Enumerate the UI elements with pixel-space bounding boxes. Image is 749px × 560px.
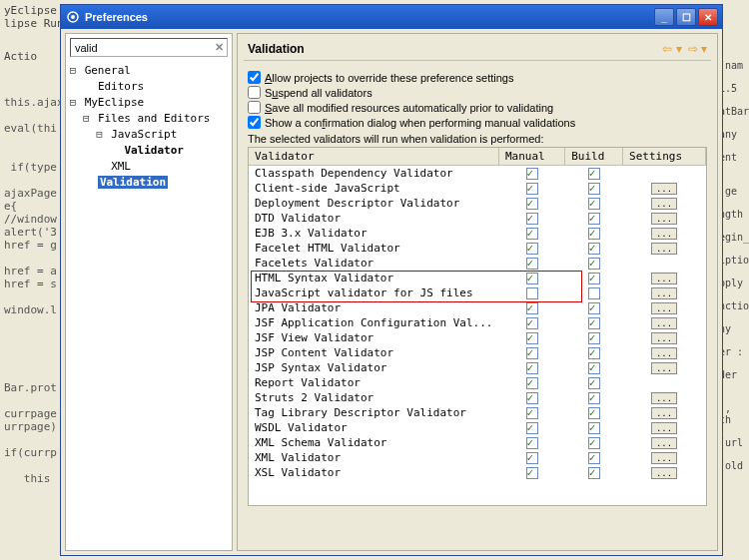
clear-filter-icon[interactable]: ✕: [213, 41, 226, 54]
manual-checkbox[interactable]: [526, 377, 538, 389]
manual-checkbox[interactable]: [526, 467, 538, 479]
forward-icon[interactable]: ⇨ ▾: [688, 42, 707, 56]
build-checkbox[interactable]: [588, 228, 600, 240]
validator-row[interactable]: DTD Validator...: [249, 211, 706, 226]
build-checkbox[interactable]: [588, 213, 600, 225]
build-checkbox[interactable]: [588, 198, 600, 210]
back-icon[interactable]: ⇦ ▾: [662, 42, 681, 56]
option-checkbox-0[interactable]: [248, 71, 261, 84]
close-button[interactable]: ✕: [698, 8, 718, 26]
build-checkbox[interactable]: [588, 168, 600, 180]
manual-checkbox[interactable]: [526, 273, 538, 284]
manual-checkbox[interactable]: [526, 407, 538, 419]
build-checkbox[interactable]: [588, 467, 600, 479]
settings-button[interactable]: ...: [651, 243, 677, 255]
build-checkbox[interactable]: [588, 243, 600, 255]
validator-row[interactable]: Classpath Dependency Validator: [249, 166, 706, 182]
settings-button[interactable]: ...: [651, 362, 677, 374]
option-checkbox-1[interactable]: [248, 86, 261, 99]
build-checkbox[interactable]: [588, 437, 600, 449]
manual-checkbox[interactable]: [526, 183, 538, 195]
build-checkbox[interactable]: [588, 362, 600, 374]
validator-row[interactable]: Tag Library Descriptor Validator...: [249, 405, 706, 420]
settings-button[interactable]: ...: [651, 287, 677, 299]
build-checkbox[interactable]: [588, 183, 600, 195]
column-validator[interactable]: Validator: [249, 148, 498, 166]
validator-row[interactable]: WSDL Validator...: [249, 420, 706, 435]
settings-button[interactable]: ...: [651, 332, 677, 344]
build-checkbox[interactable]: [588, 273, 600, 284]
manual-checkbox[interactable]: [526, 198, 538, 210]
manual-checkbox[interactable]: [526, 258, 538, 270]
validator-row[interactable]: Report Validator: [249, 375, 706, 390]
manual-checkbox[interactable]: [526, 437, 538, 449]
column-settings[interactable]: Settings: [623, 148, 706, 166]
column-build[interactable]: Build: [565, 148, 623, 166]
build-checkbox[interactable]: [588, 377, 600, 389]
build-checkbox[interactable]: [588, 302, 600, 314]
column-manual[interactable]: Manual: [498, 148, 564, 166]
tree-node-myeclipse[interactable]: ⊟ MyEclipse: [68, 95, 230, 111]
tree-node-general[interactable]: ⊟ General: [68, 63, 230, 79]
manual-checkbox[interactable]: [526, 452, 538, 464]
validator-row[interactable]: Facelets Validator: [249, 256, 706, 271]
validator-row[interactable]: XML Schema Validator...: [249, 435, 706, 450]
category-tree[interactable]: ⊟ General Editors⊟ MyEclipse ⊟ Files and…: [66, 61, 232, 550]
settings-button[interactable]: ...: [651, 213, 677, 225]
tree-node-editors[interactable]: Editors: [68, 79, 230, 95]
validator-row[interactable]: XSL Validator...: [249, 465, 706, 480]
settings-button[interactable]: ...: [651, 273, 677, 284]
tree-node-javascript[interactable]: ⊟ JavaScript: [68, 127, 230, 143]
validator-row[interactable]: XML Validator...: [249, 450, 706, 465]
tree-node-validator[interactable]: Validator: [68, 143, 230, 159]
validator-row[interactable]: Deployment Descriptor Validator...: [249, 196, 706, 211]
validator-row[interactable]: JPA Validator...: [249, 300, 706, 315]
build-checkbox[interactable]: [588, 407, 600, 419]
manual-checkbox[interactable]: [526, 168, 538, 180]
build-checkbox[interactable]: [588, 258, 600, 270]
validator-row[interactable]: JSP Content Validator...: [249, 345, 706, 360]
manual-checkbox[interactable]: [526, 302, 538, 314]
option-checkbox-3[interactable]: [248, 116, 261, 129]
settings-button[interactable]: ...: [651, 317, 677, 329]
build-checkbox[interactable]: [588, 392, 600, 404]
manual-checkbox[interactable]: [526, 213, 538, 225]
settings-button[interactable]: ...: [651, 347, 677, 359]
manual-checkbox[interactable]: [526, 347, 538, 359]
validator-row[interactable]: JavaScript validator for JS files...: [249, 285, 706, 300]
build-checkbox[interactable]: [588, 287, 600, 299]
filter-input[interactable]: [75, 42, 213, 54]
manual-checkbox[interactable]: [526, 317, 538, 329]
build-checkbox[interactable]: [588, 317, 600, 329]
validator-row[interactable]: EJB 3.x Validator...: [249, 226, 706, 241]
validator-row[interactable]: JSP Syntax Validator...: [249, 360, 706, 375]
manual-checkbox[interactable]: [526, 243, 538, 255]
build-checkbox[interactable]: [588, 422, 600, 434]
settings-button[interactable]: ...: [651, 422, 677, 434]
settings-button[interactable]: ...: [651, 198, 677, 210]
maximize-button[interactable]: ☐: [676, 8, 696, 26]
settings-button[interactable]: ...: [651, 228, 677, 240]
settings-button[interactable]: ...: [651, 452, 677, 464]
tree-node-validation[interactable]: Validation: [68, 175, 230, 191]
manual-checkbox[interactable]: [526, 228, 538, 240]
tree-node-files-and-editors[interactable]: ⊟ Files and Editors: [68, 111, 230, 127]
manual-checkbox[interactable]: [526, 392, 538, 404]
manual-checkbox[interactable]: [526, 332, 538, 344]
settings-button[interactable]: ...: [651, 407, 677, 419]
validator-row[interactable]: Struts 2 Validator...: [249, 390, 706, 405]
manual-checkbox[interactable]: [526, 422, 538, 434]
build-checkbox[interactable]: [588, 332, 600, 344]
tree-node-xml[interactable]: XML: [68, 159, 230, 175]
validators-table[interactable]: ValidatorManualBuildSettings Classpath D…: [249, 148, 706, 480]
settings-button[interactable]: ...: [651, 302, 677, 314]
validator-row[interactable]: JSF Application Configuration Val......: [249, 315, 706, 330]
option-checkbox-2[interactable]: [248, 101, 261, 114]
settings-button[interactable]: ...: [651, 467, 677, 479]
minimize-button[interactable]: _: [654, 8, 674, 26]
validator-row[interactable]: Client-side JavaScript...: [249, 181, 706, 196]
build-checkbox[interactable]: [588, 452, 600, 464]
manual-checkbox[interactable]: [526, 287, 538, 299]
settings-button[interactable]: ...: [651, 183, 677, 195]
validator-row[interactable]: HTML Syntax Validator...: [249, 271, 706, 285]
